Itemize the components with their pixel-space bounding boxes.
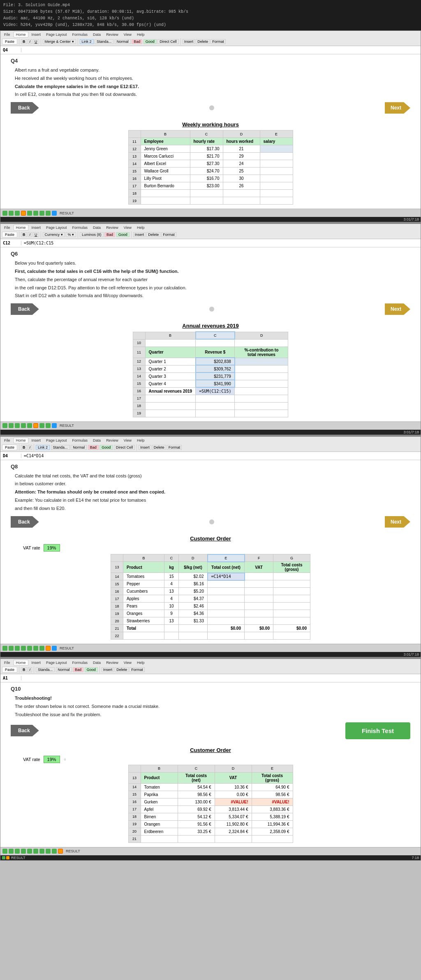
excel-menu-view-q8[interactable]: View — [122, 438, 134, 443]
toolbar-italic-q6[interactable]: I — [28, 232, 32, 237]
finish-test-button[interactable]: Finish Test — [345, 722, 410, 739]
toolbar-insert-q8[interactable]: Insert — [139, 445, 151, 450]
toolbar-paste-q10[interactable]: Paste — [2, 667, 17, 673]
excel-menu-file-q10[interactable]: File — [2, 660, 12, 665]
excel-menu-data-q6[interactable]: Data — [91, 225, 103, 230]
toolbar-normal[interactable]: Normal — [115, 39, 131, 44]
toolbar-underline-q6[interactable]: U — [33, 232, 39, 237]
toolbar-delete-q6[interactable]: Delete — [146, 232, 160, 237]
excel-menu-review-q10[interactable]: Review — [104, 660, 120, 665]
excel-menu-formulas-q10[interactable]: Formulas — [70, 660, 90, 665]
excel-menu-insert-q8[interactable]: Insert — [30, 438, 43, 443]
toolbar-bold-q10[interactable]: B — [21, 667, 27, 672]
toolbar-paste-q6[interactable]: Paste — [2, 232, 17, 237]
excel-menu-help[interactable]: Help — [135, 32, 147, 37]
toolbar-bad-q10[interactable]: Bad — [73, 667, 83, 672]
toolbar-italic[interactable]: I — [28, 39, 32, 44]
product-pears: Pears — [123, 603, 164, 610]
excel-menu-view-q10[interactable]: View — [122, 660, 134, 665]
toolbar-merge[interactable]: Merge & Center ▾ — [43, 39, 76, 44]
excel-menu-help-q6[interactable]: Help — [135, 225, 147, 230]
toolbar-directcell-q8[interactable]: Direct Cell — [114, 445, 135, 450]
q8-spreadsheet: Customer Order VAT rate 19% B C D E F G — [0, 535, 421, 644]
toolbar-bold-q6[interactable]: B — [21, 232, 27, 237]
toolbar-bad-q8[interactable]: Bad — [88, 445, 99, 450]
toolbar-good-q8[interactable]: Good — [99, 445, 113, 450]
excel-menu-file-q6[interactable]: File — [2, 225, 12, 230]
toolbar-format-btn[interactable]: Format — [210, 39, 226, 44]
toolbar-normal-q10[interactable]: Normal — [56, 667, 72, 672]
excel-menu-insert-q6[interactable]: Insert — [30, 225, 43, 230]
excel-menu-pagelayout-q6[interactable]: Page Layout — [44, 225, 69, 230]
excel-menu-formulas-q6[interactable]: Formulas — [70, 225, 90, 230]
q4-back-arrow[interactable]: Back — [11, 102, 39, 114]
q8-line4: Example: You calculate in cell E14 the n… — [15, 496, 410, 505]
toolbar-good-q6[interactable]: Good — [116, 232, 130, 237]
toolbar-standa-q8[interactable]: Standa... — [51, 445, 70, 450]
excel-menu-data-q10[interactable]: Data — [91, 660, 103, 665]
toolbar-link2[interactable]: Link 2 — [80, 39, 94, 44]
excel-menu-help-q10[interactable]: Help — [135, 660, 147, 665]
excel-menu-home-q10[interactable]: Home — [14, 660, 28, 666]
q8-back-arrow[interactable]: Back — [11, 516, 39, 528]
excel-menu-help-q8[interactable]: Help — [135, 438, 147, 443]
toolbar-delete-btn[interactable]: Delete — [196, 39, 210, 44]
q10-back-arrow[interactable]: Back — [11, 725, 39, 736]
excel-menu-review[interactable]: Review — [104, 32, 120, 37]
q6-back-arrow[interactable]: Back — [11, 303, 39, 315]
toolbar-luminos-q6[interactable]: Luminos (8) — [80, 232, 104, 237]
excel-menu-view[interactable]: View — [122, 32, 134, 37]
toolbar-bad[interactable]: Bad — [132, 39, 142, 44]
employee-6: Burton Bernardo — [141, 182, 190, 190]
q8-next-arrow[interactable]: Next — [385, 516, 410, 528]
excel-menu-view-q6[interactable]: View — [122, 225, 134, 230]
excel-menu-home-q8[interactable]: Home — [14, 438, 28, 443]
toolbar-format-q6[interactable]: Format — [161, 232, 176, 237]
toolbar-good-q10[interactable]: Good — [85, 667, 98, 672]
toolbar-insert-btn[interactable]: Insert — [183, 39, 195, 44]
toolbar-good[interactable]: Good — [143, 39, 157, 44]
toolbar-bold-q8[interactable]: B — [21, 445, 27, 450]
toolbar-normal-q8[interactable]: Normal — [71, 445, 87, 450]
excel-menu-home-q6[interactable]: Home — [14, 225, 28, 230]
excel-menu-insert[interactable]: Insert — [30, 32, 43, 37]
toolbar-format-q8[interactable]: Format — [167, 445, 182, 450]
toolbar-insert-q10[interactable]: Insert — [102, 667, 114, 672]
toolbar-standa-q10[interactable]: Standa... — [36, 667, 55, 672]
excel-menu-pagelayout[interactable]: Page Layout — [44, 32, 69, 37]
excel-menu-data-q8[interactable]: Data — [91, 438, 103, 443]
toolbar-standa[interactable]: Standa... — [95, 39, 113, 44]
excel-menu-file-q8[interactable]: File — [2, 438, 12, 443]
excel-menu-formulas-q8[interactable]: Formulas — [70, 438, 90, 443]
excel-menu-data[interactable]: Data — [91, 32, 103, 37]
toolbar-italic-q10[interactable]: I — [28, 667, 32, 672]
excel-menu-home[interactable]: Home — [14, 32, 28, 37]
section-q4: File Home Insert Page Layout Formulas Da… — [0, 30, 421, 222]
excel-menu-review-q8[interactable]: Review — [104, 438, 120, 443]
excel-menu-pagelayout-q8[interactable]: Page Layout — [44, 438, 69, 443]
toolbar-format-q10[interactable]: Format — [130, 667, 145, 672]
excel-menu-review-q6[interactable]: Review — [104, 225, 120, 230]
toolbar-underline[interactable]: U — [33, 39, 39, 44]
toolbar-delete-q8[interactable]: Delete — [152, 445, 166, 450]
excel-menu-file[interactable]: File — [2, 32, 12, 37]
toolbar-paste[interactable]: Paste — [2, 39, 17, 44]
toolbar-link2-q8[interactable]: Link 2 — [36, 445, 50, 450]
q4-next-arrow[interactable]: Next — [385, 102, 410, 114]
toolbar-italic-q8[interactable]: I — [28, 445, 32, 450]
toolbar-bad-q6[interactable]: Bad — [104, 232, 115, 237]
q6-next-arrow[interactable]: Next — [385, 303, 410, 315]
toolbar-delete-q10[interactable]: Delete — [115, 667, 129, 672]
excel-menu-insert-q10[interactable]: Insert — [30, 660, 43, 665]
q4-line4: In cell E12, create a formula that you t… — [15, 91, 410, 99]
excel-menu-pagelayout-q10[interactable]: Page Layout — [44, 660, 69, 665]
excel-menu-formulas[interactable]: Formulas — [70, 32, 90, 37]
toolbar-bold[interactable]: B — [21, 39, 27, 44]
toolbar-currency-q6[interactable]: Currency ▾ — [43, 232, 65, 237]
toolbar-percent-q6[interactable]: % ▾ — [66, 232, 76, 237]
toolbar-insert-q6[interactable]: Insert — [133, 232, 146, 237]
q10-number: Q10 — [11, 686, 410, 692]
kg-pears: 10 — [164, 603, 179, 610]
toolbar-directcell[interactable]: Direct Cell — [157, 39, 179, 44]
toolbar-paste-q8[interactable]: Paste — [2, 445, 17, 450]
